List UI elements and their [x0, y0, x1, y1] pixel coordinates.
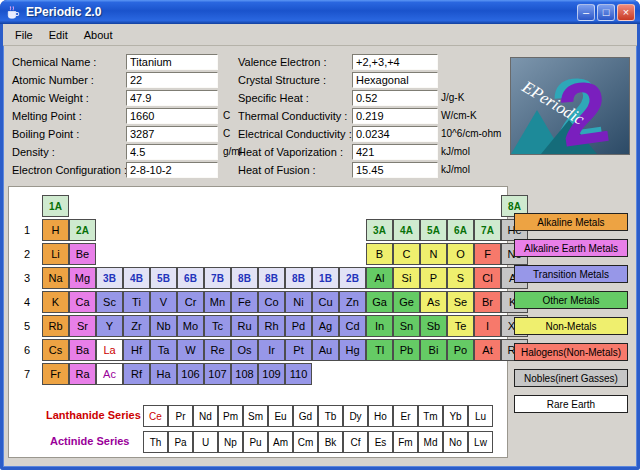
- element-cell-Ir[interactable]: Ir: [258, 339, 285, 361]
- element-cell-Ha[interactable]: Ha: [150, 363, 177, 385]
- element-cell-Ni[interactable]: Ni: [285, 291, 312, 313]
- element-cell-Ce[interactable]: Ce: [143, 405, 168, 427]
- element-cell-Br[interactable]: Br: [474, 291, 501, 313]
- field-specific-heat[interactable]: [352, 90, 438, 106]
- element-cell-Am[interactable]: Am: [268, 431, 293, 453]
- element-cell-Al[interactable]: Al: [366, 267, 393, 289]
- legend-rare-earth[interactable]: Rare Earth: [514, 395, 628, 413]
- element-cell-Os[interactable]: Os: [231, 339, 258, 361]
- element-cell-La[interactable]: La: [96, 339, 123, 361]
- field-electrical-conductivity[interactable]: [352, 126, 438, 142]
- element-cell-In[interactable]: In: [366, 315, 393, 337]
- element-cell-No[interactable]: No: [443, 431, 468, 453]
- element-cell-109[interactable]: 109: [258, 363, 285, 385]
- element-cell-H[interactable]: H: [42, 219, 69, 241]
- element-cell-Pm[interactable]: Pm: [218, 405, 243, 427]
- element-cell-Cr[interactable]: Cr: [177, 291, 204, 313]
- field-atomic-weight[interactable]: [126, 90, 218, 106]
- element-cell-Nd[interactable]: Nd: [193, 405, 218, 427]
- field-density[interactable]: [126, 144, 218, 160]
- element-cell-108[interactable]: 108: [231, 363, 258, 385]
- element-cell-Th[interactable]: Th: [143, 431, 168, 453]
- element-cell-Sb[interactable]: Sb: [420, 315, 447, 337]
- element-cell-Cl[interactable]: Cl: [474, 267, 501, 289]
- element-cell-Pd[interactable]: Pd: [285, 315, 312, 337]
- element-cell-Cu[interactable]: Cu: [312, 291, 339, 313]
- element-cell-Be[interactable]: Be: [69, 243, 96, 265]
- element-cell-Hg[interactable]: Hg: [339, 339, 366, 361]
- element-cell-Sn[interactable]: Sn: [393, 315, 420, 337]
- element-cell-Zr[interactable]: Zr: [123, 315, 150, 337]
- element-cell-Au[interactable]: Au: [312, 339, 339, 361]
- minimize-button[interactable]: –: [577, 4, 595, 21]
- field-atomic-number[interactable]: [126, 72, 218, 88]
- element-cell-Te[interactable]: Te: [447, 315, 474, 337]
- element-cell-Re[interactable]: Re: [204, 339, 231, 361]
- maximize-button[interactable]: □: [597, 4, 615, 21]
- element-cell-C[interactable]: C: [393, 243, 420, 265]
- element-cell-Ge[interactable]: Ge: [393, 291, 420, 313]
- element-cell-Bk[interactable]: Bk: [318, 431, 343, 453]
- legend-non-metals[interactable]: Non-Metals: [514, 317, 628, 335]
- element-cell-Na[interactable]: Na: [42, 267, 69, 289]
- element-cell-Ru[interactable]: Ru: [231, 315, 258, 337]
- element-cell-Sr[interactable]: Sr: [69, 315, 96, 337]
- legend-halogens-non-metals[interactable]: Halogens(Non-Metals): [514, 343, 628, 361]
- element-cell-V[interactable]: V: [150, 291, 177, 313]
- element-cell-Md[interactable]: Md: [418, 431, 443, 453]
- element-cell-Pu[interactable]: Pu: [243, 431, 268, 453]
- element-cell-S[interactable]: S: [447, 267, 474, 289]
- element-cell-O[interactable]: O: [447, 243, 474, 265]
- element-cell-Rh[interactable]: Rh: [258, 315, 285, 337]
- element-cell-Se[interactable]: Se: [447, 291, 474, 313]
- legend-transition-metals[interactable]: Transition Metals: [514, 265, 628, 283]
- field-crystal-structure[interactable]: [352, 72, 438, 88]
- element-cell-Gd[interactable]: Gd: [293, 405, 318, 427]
- element-cell-Po[interactable]: Po: [447, 339, 474, 361]
- field-thermal-conductivity[interactable]: [352, 108, 438, 124]
- field-heat-of-fusion[interactable]: [352, 162, 438, 178]
- element-cell-107[interactable]: 107: [204, 363, 231, 385]
- element-cell-B[interactable]: B: [366, 243, 393, 265]
- element-cell-Pr[interactable]: Pr: [168, 405, 193, 427]
- element-cell-Rf[interactable]: Rf: [123, 363, 150, 385]
- element-cell-Ac[interactable]: Ac: [96, 363, 123, 385]
- element-cell-Sc[interactable]: Sc: [96, 291, 123, 313]
- close-button[interactable]: ×: [617, 4, 635, 21]
- element-cell-Ra[interactable]: Ra: [69, 363, 96, 385]
- element-cell-Tb[interactable]: Tb: [318, 405, 343, 427]
- element-cell-Cd[interactable]: Cd: [339, 315, 366, 337]
- element-cell-Lu[interactable]: Lu: [468, 405, 493, 427]
- element-cell-Sm[interactable]: Sm: [243, 405, 268, 427]
- element-cell-F[interactable]: F: [474, 243, 501, 265]
- element-cell-Co[interactable]: Co: [258, 291, 285, 313]
- element-cell-106[interactable]: 106: [177, 363, 204, 385]
- element-cell-Ag[interactable]: Ag: [312, 315, 339, 337]
- element-cell-Ta[interactable]: Ta: [150, 339, 177, 361]
- element-cell-U[interactable]: U: [193, 431, 218, 453]
- element-cell-Dy[interactable]: Dy: [343, 405, 368, 427]
- element-cell-As[interactable]: As: [420, 291, 447, 313]
- element-cell-Tc[interactable]: Tc: [204, 315, 231, 337]
- menu-edit[interactable]: Edit: [41, 27, 76, 43]
- element-cell-Mn[interactable]: Mn: [204, 291, 231, 313]
- element-cell-Tm[interactable]: Tm: [418, 405, 443, 427]
- element-cell-Np[interactable]: Np: [218, 431, 243, 453]
- element-cell-Fr[interactable]: Fr: [42, 363, 69, 385]
- element-cell-K[interactable]: K: [42, 291, 69, 313]
- menu-about[interactable]: About: [76, 27, 121, 43]
- element-cell-Cs[interactable]: Cs: [42, 339, 69, 361]
- element-cell-Si[interactable]: Si: [393, 267, 420, 289]
- element-cell-Tl[interactable]: Tl: [366, 339, 393, 361]
- field-chemical-name[interactable]: [126, 54, 218, 70]
- element-cell-Pt[interactable]: Pt: [285, 339, 312, 361]
- menu-file[interactable]: File: [7, 27, 41, 43]
- element-cell-Mg[interactable]: Mg: [69, 267, 96, 289]
- element-cell-110[interactable]: 110: [285, 363, 312, 385]
- legend-nobles-inert-gasses[interactable]: Nobles(inert Gasses): [514, 369, 628, 387]
- element-cell-Hf[interactable]: Hf: [123, 339, 150, 361]
- element-cell-Eu[interactable]: Eu: [268, 405, 293, 427]
- element-cell-Fm[interactable]: Fm: [393, 431, 418, 453]
- field-boiling-point[interactable]: [126, 126, 218, 142]
- element-cell-Ho[interactable]: Ho: [368, 405, 393, 427]
